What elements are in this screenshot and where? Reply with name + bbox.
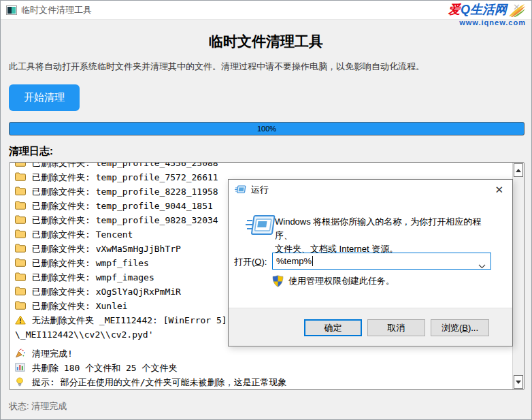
run-icon	[235, 185, 246, 195]
scroll-up-icon[interactable]	[514, 163, 523, 177]
folder-icon	[15, 258, 27, 268]
log-label: 清理日志:	[9, 145, 53, 158]
run-dialog: 运行 ✕ Windows 将根据你所输入的名称，为你打开相应的程序、 文件夹、文…	[228, 179, 513, 346]
warning-icon	[15, 315, 27, 325]
progress-value: 100%	[257, 125, 276, 133]
log-row: 提示: 部分正在使用的文件/文件夹可能未被删除，这是正常现象	[10, 375, 512, 389]
folder-icon	[15, 229, 27, 240]
page-description: 此工具将自动打开系统临时文件夹并清理其中的文件。清理过程中请不要操作电脑，以免影…	[9, 61, 523, 73]
folder-icon	[15, 215, 27, 225]
browse-button[interactable]: 浏览(B)...	[431, 319, 489, 336]
feather-icon	[508, 3, 526, 18]
start-clean-button[interactable]: 开始清理	[9, 84, 80, 111]
chevron-down-icon[interactable]	[478, 259, 486, 272]
open-combobox[interactable]: %temp%	[272, 253, 491, 270]
dialog-close-icon[interactable]: ✕	[495, 184, 503, 196]
folder-icon	[15, 301, 27, 311]
open-label: 打开(O):	[234, 256, 267, 268]
folder-icon	[15, 172, 27, 182]
folder-icon	[15, 162, 27, 168]
party-popper-icon	[15, 349, 27, 359]
light-bulb-icon	[15, 377, 27, 387]
log-row: 共删除 180 个文件和 25 个文件夹	[10, 361, 512, 375]
folder-icon	[15, 244, 27, 254]
run-icon-large	[245, 214, 276, 240]
app-window: 临时文件清理工具 □ ✕ 爱Q生活网 www.iqnew.com 临时文件清理工…	[0, 0, 532, 420]
log-row: 已删除文件夹: temp_profile_4556_25088	[10, 162, 512, 170]
iqnew-url: www.iqnew.com	[448, 18, 526, 27]
page-title: 临时文件清理工具	[1, 32, 531, 51]
log-row: 清理完成!	[10, 346, 512, 361]
app-icon	[6, 5, 17, 15]
open-input-value[interactable]: %temp%	[276, 256, 312, 266]
run-dialog-title: 运行	[251, 184, 269, 196]
uac-text: 使用管理权限创建此任务。	[288, 275, 395, 287]
iqnew-logo-text: 爱Q生活网	[448, 3, 526, 18]
cancel-button[interactable]: 取消	[367, 319, 425, 336]
iqnew-watermark: 爱Q生活网 www.iqnew.com	[448, 3, 526, 27]
folder-icon	[15, 187, 27, 197]
status-text: 状态: 清理完成	[9, 400, 67, 413]
log-scrollbar[interactable]	[512, 163, 524, 389]
text-cursor	[312, 256, 313, 266]
run-dialog-description: Windows 将根据你所输入的名称，为你打开相应的程序、 文件夹、文档或 In…	[275, 215, 493, 256]
run-dialog-titlebar[interactable]: 运行 ✕	[229, 180, 512, 200]
folder-icon	[15, 201, 27, 211]
shield-icon	[272, 275, 284, 287]
scroll-down-icon[interactable]	[514, 375, 523, 389]
folder-icon	[15, 272, 27, 282]
folder-icon	[15, 287, 27, 297]
uac-note: 使用管理权限创建此任务。	[272, 275, 395, 287]
ok-button[interactable]: 确定	[304, 319, 362, 336]
run-dialog-footer: 确定 取消 浏览(B)...	[229, 308, 512, 346]
progress-bar: 100%	[9, 122, 525, 135]
window-title: 临时文件清理工具	[21, 4, 92, 16]
bar-chart-icon	[15, 363, 27, 373]
